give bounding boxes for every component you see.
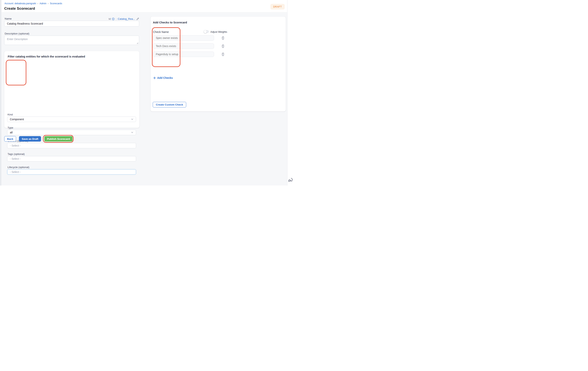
- plus-icon: [153, 77, 156, 79]
- kind-label: Kind: [8, 113, 13, 116]
- id-label: Id: [109, 17, 111, 20]
- edit-id-icon[interactable]: [136, 17, 139, 20]
- type-select-value: all: [10, 131, 13, 134]
- draft-status-badge: DRAFT: [270, 4, 285, 10]
- scorecard-id-link[interactable]: Catalog_Rea...: [118, 17, 135, 20]
- kind-select-value: Component: [10, 118, 24, 121]
- save-as-draft-button[interactable]: Save as Draft: [19, 136, 41, 142]
- add-checks-label: Add Checks: [157, 76, 173, 79]
- name-label: Name: [5, 17, 12, 20]
- breadcrumb: Account: debabrata.panigrahi › Admin › S…: [4, 2, 62, 5]
- type-select[interactable]: all: [7, 130, 136, 135]
- lifecycle-select[interactable]: - Select -: [7, 169, 136, 175]
- kind-select[interactable]: Component: [7, 117, 136, 122]
- description-field-wrap: [4, 36, 139, 45]
- check-input-1[interactable]: [153, 35, 214, 41]
- lifecycle-label: Lifecycle (optional): [8, 166, 29, 169]
- chat-support-button[interactable]: [288, 177, 293, 183]
- collapsed-sidebar-edge: [0, 0, 1, 186]
- tags-select[interactable]: - Select -: [7, 156, 136, 161]
- filter-entities-card: Filter catalog entities for which the sc…: [4, 51, 139, 128]
- check-input-3[interactable]: [153, 52, 214, 57]
- back-button[interactable]: Back: [4, 136, 16, 142]
- chat-icon: [288, 177, 293, 183]
- breadcrumb-separator-icon: ›: [48, 2, 49, 5]
- tags-label: Tags (optional): [8, 153, 25, 156]
- add-checks-button[interactable]: Add Checks: [153, 76, 173, 79]
- breadcrumb-admin-link[interactable]: Admin: [40, 2, 46, 5]
- chevron-down-icon: [131, 132, 133, 133]
- breadcrumb-scorecards-link[interactable]: Scorecards: [50, 2, 62, 5]
- type-label: Type: [8, 126, 13, 129]
- owners-select-placeholder: - Select -: [10, 144, 21, 147]
- breadcrumb-separator-icon: ›: [37, 2, 38, 5]
- check-input-2[interactable]: [153, 43, 214, 49]
- description-textarea[interactable]: [4, 36, 139, 45]
- breadcrumb-account-link[interactable]: Account: debabrata.panigrahi: [4, 2, 36, 5]
- add-checks-title: Add Checks to Scorecard: [153, 21, 187, 24]
- name-field-wrap: [4, 21, 139, 27]
- tags-select-placeholder: - Select -: [10, 157, 21, 160]
- delete-check-1-button[interactable]: [221, 36, 225, 40]
- add-checks-card: Add Checks to Scorecard Check Name Adjus…: [151, 17, 286, 111]
- adjust-weights-label: Adjust Weights: [210, 30, 227, 33]
- page-title: Create Scorecard: [4, 6, 35, 11]
- create-custom-check-button[interactable]: Create Custom Check: [153, 102, 186, 107]
- lifecycle-select-placeholder: - Select -: [10, 170, 21, 173]
- adjust-weights-toggle[interactable]: [204, 30, 209, 33]
- toggle-knob: [204, 30, 207, 33]
- delete-check-3-button[interactable]: [221, 52, 225, 56]
- publish-scorecard-button[interactable]: Publish Scorecard: [44, 136, 73, 142]
- page-header: [1, 0, 287, 12]
- right-margin-strip: [287, 0, 294, 186]
- id-colon: :: [116, 17, 116, 20]
- trash-icon: [221, 53, 224, 56]
- filter-card-title: Filter catalog entities for which the sc…: [8, 55, 85, 58]
- owners-select[interactable]: - Select -: [7, 143, 136, 148]
- chevron-down-icon: [131, 118, 133, 120]
- info-icon[interactable]: [112, 18, 115, 20]
- delete-check-2-button[interactable]: [221, 44, 225, 48]
- trash-icon: [221, 36, 224, 40]
- trash-icon: [221, 44, 224, 48]
- name-input[interactable]: [4, 21, 139, 27]
- check-name-column-header: Check Name: [153, 30, 169, 33]
- description-label: Description (optional): [5, 32, 29, 35]
- scorecard-id-row: Id : Catalog_Rea...: [109, 17, 139, 20]
